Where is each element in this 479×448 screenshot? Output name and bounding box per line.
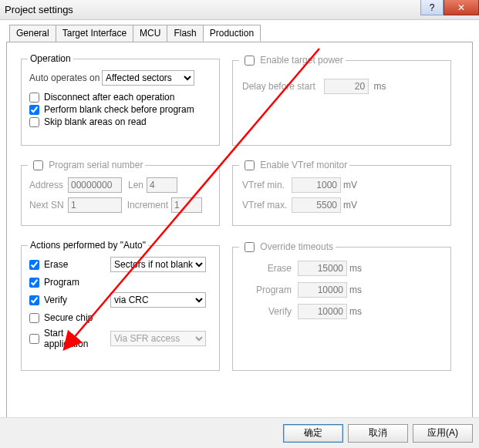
group-target-power: Enable target power Delay before start 2… (232, 53, 451, 146)
to-erase-value: 15000 (298, 261, 347, 276)
auto-operates-label: Auto operates on (29, 72, 102, 83)
vtref-checkbox[interactable] (245, 160, 255, 170)
tab-production[interactable]: Production (203, 25, 261, 42)
cancel-button[interactable]: 取消 (348, 424, 408, 443)
group-actions: Actions performed by "Auto" Erase Sector… (21, 240, 220, 371)
vtref-min-label: VTref min. (242, 180, 292, 190)
to-erase-label: Erase (242, 263, 292, 274)
delay-value: 20 (324, 79, 369, 94)
erase-mode-select[interactable]: Sectors if not blank (110, 257, 206, 272)
legend-target-power: Enable target power (239, 53, 346, 68)
skip-blank-label: Skip blank areas on read (44, 116, 147, 127)
secure-label: Secure chip (44, 312, 93, 323)
vtref-min-unit: mV (343, 180, 357, 190)
disconnect-checkbox[interactable] (29, 93, 39, 103)
target-power-checkbox[interactable] (245, 56, 255, 66)
to-program-value: 10000 (298, 282, 347, 298)
erase-label: Erase (44, 259, 110, 270)
verify-checkbox[interactable] (29, 295, 39, 305)
help-button[interactable]: ? (420, 0, 444, 15)
tab-flash[interactable]: Flash (167, 25, 203, 42)
blank-check-label: Perform blank check before program (44, 104, 194, 115)
verify-label: Verify (44, 295, 110, 305)
blank-check-checkbox[interactable] (29, 105, 39, 115)
increment-input (171, 197, 202, 213)
increment-label: Increment (122, 200, 168, 211)
serial-checkbox[interactable] (33, 160, 43, 170)
group-operation: Operation Auto operates on Affected sect… (21, 53, 220, 146)
tab-target-interface[interactable]: Target Interface (56, 25, 133, 42)
tab-panel: Operation Auto operates on Affected sect… (6, 42, 473, 429)
legend-timeouts: Override timeouts (239, 240, 336, 254)
tab-mcu[interactable]: MCU (133, 25, 167, 42)
dialog-button-bar: 确定 取消 应用(A) (0, 417, 479, 448)
window-title: Project settings (5, 4, 73, 15)
nextsn-label: Next SN (29, 200, 68, 211)
secure-checkbox[interactable] (29, 313, 39, 323)
to-program-label: Program (242, 285, 292, 295)
skip-blank-checkbox[interactable] (29, 117, 39, 127)
start-app-mode-select: Via SFR access (110, 331, 206, 346)
len-label: Len (122, 180, 143, 190)
verify-mode-select[interactable]: via CRC (110, 292, 206, 308)
delay-label: Delay before start (242, 81, 315, 92)
tab-general[interactable]: General (9, 25, 56, 42)
timeouts-checkbox[interactable] (245, 242, 255, 252)
disconnect-label: Disconnect after each operation (44, 92, 174, 103)
group-timeouts: Override timeouts Erase 15000 ms Program… (232, 240, 451, 371)
vtref-max-label: VTref max. (242, 200, 292, 211)
to-verify-value: 10000 (298, 304, 347, 319)
ok-button[interactable]: 确定 (283, 424, 343, 443)
legend-operation: Operation (28, 53, 73, 64)
address-input (68, 177, 122, 193)
close-button[interactable]: ✕ (444, 0, 479, 15)
auto-operates-select[interactable]: Affected sectors (102, 70, 194, 86)
legend-serial: Program serial number (28, 158, 145, 173)
nextsn-input (68, 197, 122, 213)
group-vtref: Enable VTref monitor VTref min. 1000 mV … (232, 158, 451, 226)
len-input (147, 177, 177, 193)
vtref-max-value: 5500 (292, 197, 341, 213)
group-serial: Program serial number Address Len Next S… (21, 158, 220, 226)
vtref-max-unit: mV (343, 200, 357, 211)
program-checkbox[interactable] (29, 278, 39, 288)
apply-button[interactable]: 应用(A) (413, 424, 473, 443)
tab-strip: General Target Interface MCU Flash Produ… (9, 25, 479, 42)
titlebar: Project settings ? ✕ (0, 0, 479, 20)
to-verify-label: Verify (242, 306, 292, 317)
delay-unit: ms (373, 81, 386, 92)
legend-vtref: Enable VTref monitor (239, 158, 349, 173)
address-label: Address (29, 180, 68, 190)
vtref-min-value: 1000 (292, 177, 341, 193)
program-label: Program (44, 277, 79, 288)
start-app-label: Start application (44, 328, 110, 349)
erase-checkbox[interactable] (29, 260, 39, 270)
start-app-checkbox[interactable] (29, 334, 39, 344)
legend-actions: Actions performed by "Auto" (28, 240, 148, 251)
